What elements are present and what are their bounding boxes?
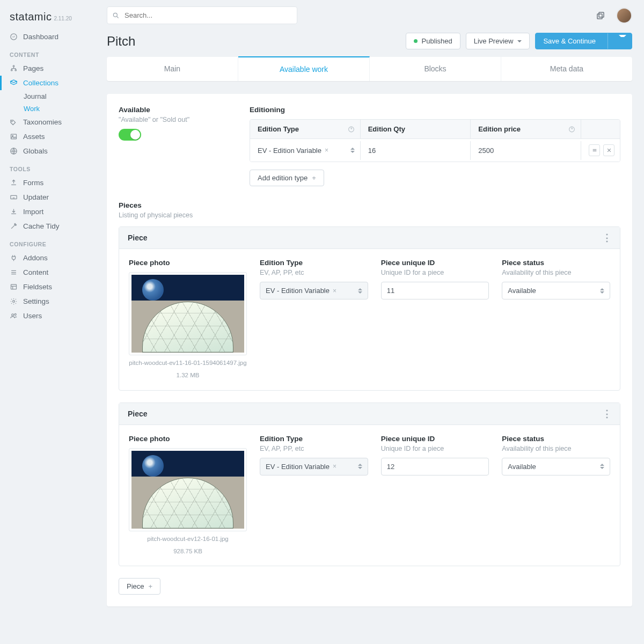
nav-assets[interactable]: Assets [0,129,105,144]
add-edition-type-button[interactable]: Add edition type + [250,170,324,186]
piece-filesize: 928.75 KB [129,547,247,556]
download-icon [10,208,18,216]
svg-marker-1 [12,35,15,38]
sort-icon [358,464,362,469]
tab-blocks[interactable]: Blocks [370,57,501,81]
piece-unique-id-help: Unique ID for a piece [381,445,489,452]
col-edition-price: Edition price [471,120,581,138]
search-input[interactable] [107,6,297,24]
nav-label: Assets [23,133,45,141]
toggle-knob-icon [130,130,140,140]
piece-photo[interactable] [129,448,247,531]
nav-content-cfg[interactable]: Content [0,265,105,280]
save-dropdown[interactable] [608,33,632,49]
row-delete-button[interactable] [603,144,614,156]
piece-unique-id-input[interactable] [381,458,489,475]
edition-qty-cell[interactable]: 16 [361,141,471,160]
plug-icon [10,254,18,262]
nav-collections[interactable]: Collections [0,76,105,90]
piece-status-help: Availability of this piece [502,445,610,452]
nav-label: Taxonomies [23,118,62,126]
svg-rect-16 [597,14,602,19]
piece-status-label: Piece status [502,435,610,443]
nav-label: Journal [24,92,47,100]
keyboard-icon [10,193,18,201]
search-icon [112,12,120,19]
tab-available-work[interactable]: Available work [238,56,370,81]
edition-type-value: EV - Edition Variable [258,147,321,155]
svg-point-11 [13,301,15,303]
piece-status-select[interactable]: Available [502,282,610,299]
add-edition-label: Add edition type [258,174,308,182]
row-drag-button[interactable] [589,144,600,156]
nav-import[interactable]: Import [0,204,105,219]
nav-label: Updater [23,193,49,201]
status-button[interactable]: Published [406,33,460,49]
nav-collections-sub: Journal Work [0,90,105,115]
help-icon[interactable] [348,126,355,133]
brand-version: 2.11.20 [54,16,71,21]
piece-unique-id-input[interactable] [381,282,489,299]
piece-filesize: 1.32 MB [129,371,247,380]
edition-price-cell[interactable]: 2500 [471,141,581,160]
nav-label: Collections [23,79,58,87]
nav-dashboard[interactable]: Dashboard [0,30,105,44]
clear-icon[interactable]: × [333,287,336,295]
sidebar: statamic 2.11.20 Dashboard CONTENT Pages… [0,0,105,644]
clear-icon[interactable]: × [333,463,336,470]
piece-photo[interactable] [129,272,247,355]
piece-edition-type-select[interactable]: EV - Edition Variable× [260,458,368,475]
nav-updater[interactable]: Updater [0,190,105,204]
edition-type-cell[interactable]: EV - Edition Variable× [250,141,361,160]
editioning-label: Editioning [250,106,620,114]
nav-settings[interactable]: Settings [0,294,105,309]
help-icon[interactable] [568,126,575,133]
brand: statamic 2.11.20 [0,11,105,30]
nav-label: Import [23,208,43,216]
tab-meta-data[interactable]: Meta data [501,57,632,81]
list-icon [10,268,18,276]
pieces-help: Listing of physical pieces [119,211,620,219]
drag-icon [591,148,598,153]
piece-edition-type-label: Edition Type [260,435,368,443]
nav-users[interactable]: Users [0,309,105,323]
col-label: Edition price [478,125,521,133]
svg-rect-9 [11,195,17,199]
nav-section-configure: CONFIGURE [0,233,105,251]
nav-sub-journal[interactable]: Journal [24,90,105,103]
live-preview-button[interactable]: Live Preview [466,33,530,49]
live-preview-label: Live Preview [474,37,514,45]
svg-point-2 [13,65,14,67]
nav-pages[interactable]: Pages [0,61,105,76]
piece-header: Piece [128,409,148,418]
piece-status-select[interactable]: Available [502,458,610,475]
svg-point-12 [12,314,14,316]
nav-cache-tidy[interactable]: Cache Tidy [0,219,105,233]
avatar[interactable] [616,8,632,24]
available-label: Available [119,106,237,114]
nav-addons[interactable]: Addons [0,251,105,265]
col-edition-type: Edition Type [250,120,361,138]
col-label: Edition Type [258,125,299,133]
add-piece-button[interactable]: Piece + [119,578,160,595]
link-icon[interactable] [596,11,605,20]
clear-icon[interactable]: × [325,147,328,154]
piece-photo-label: Piece photo [129,435,247,443]
nav-section-tools: TOOLS [0,158,105,175]
nav-taxonomies[interactable]: Taxonomies [0,115,105,129]
piece-unique-id-label: Piece unique ID [381,435,489,443]
nav-globals[interactable]: Globals [0,144,105,158]
piece-card: Piece ⋮ Piece photo pitch-woodcut-ev11-1… [119,226,620,391]
topbar [105,0,644,31]
piece-edition-type-value: EV - Edition Variable [266,463,330,471]
nav-forms[interactable]: Forms [0,175,105,190]
piece-unique-id-label: Piece unique ID [381,259,489,267]
nav-fieldsets[interactable]: Fieldsets [0,280,105,294]
piece-edition-type-select[interactable]: EV - Edition Variable× [260,282,368,299]
piece-card: Piece ⋮ Piece photo pitch-woodcut-ev12-1… [119,402,620,567]
save-button[interactable]: Save & Continue [535,33,632,49]
close-icon [606,148,612,153]
available-toggle[interactable] [119,129,141,141]
nav-sub-work[interactable]: Work [24,103,105,115]
tab-main[interactable]: Main [107,57,238,81]
